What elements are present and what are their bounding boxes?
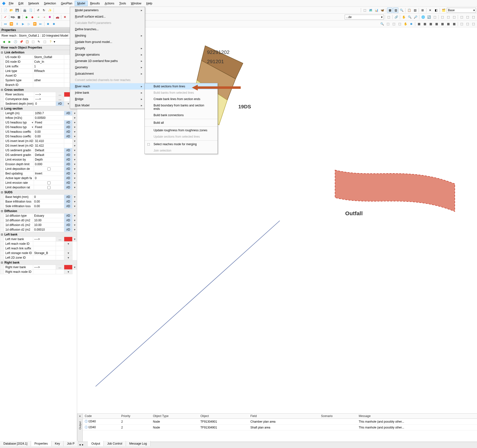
property-dropdown[interactable]: ▾ <box>73 116 77 120</box>
refresh-icon[interactable]: 🔄 <box>426 14 432 20</box>
property-flag[interactable] <box>56 255 64 260</box>
tb-btn-j[interactable]: ◧ <box>433 8 439 13</box>
tb-btn-d[interactable]: 🦋 <box>380 8 385 13</box>
property-value-input[interactable] <box>34 251 55 255</box>
menu-window[interactable]: Window <box>128 1 144 6</box>
r3-e[interactable]: ✋ <box>403 21 408 27</box>
submenu-item[interactable]: Update roughness from roughness zones <box>145 127 218 133</box>
save-icon[interactable]: 💾 <box>14 8 20 13</box>
property-value-input[interactable] <box>35 92 55 96</box>
property-flag[interactable] <box>64 116 73 120</box>
bottom-tab[interactable]: Key <box>52 441 64 442</box>
property-flag[interactable]: #D <box>64 125 73 130</box>
menu-item[interactable]: Simplify <box>70 45 145 51</box>
property-flag[interactable] <box>64 139 73 143</box>
output-close-button[interactable]: × <box>79 415 81 418</box>
property-dropdown[interactable]: ▾ <box>73 204 77 209</box>
copy2-icon[interactable]: 📋 <box>24 39 30 44</box>
property-value-input[interactable] <box>34 55 63 59</box>
property-flag[interactable] <box>64 237 73 242</box>
section-expander[interactable]: ⊟ <box>0 260 4 265</box>
menu-item[interactable]: Risk Model <box>70 102 145 109</box>
property-flag[interactable]: #D <box>64 185 73 190</box>
tb-btn-g[interactable]: ▤ <box>412 8 418 13</box>
layer-icon[interactable]: 🗂️ <box>441 8 446 13</box>
zoomout-icon[interactable]: 🔎 <box>413 14 418 20</box>
property-dropdown[interactable]: ▾ <box>73 199 77 204</box>
property-flag[interactable]: #D <box>56 102 64 106</box>
property-dropdown[interactable]: ▾ <box>73 120 77 125</box>
submenu-item[interactable]: Build boundary from banks and section en… <box>145 102 218 112</box>
menu-item[interactable]: Geometry <box>70 64 145 71</box>
r3-g[interactable]: ▦ <box>416 21 422 27</box>
output-column-header[interactable]: Message <box>357 414 477 419</box>
property-value-input[interactable] <box>34 162 63 166</box>
menu-item[interactable]: Update from ground model... <box>70 39 145 45</box>
play-icon[interactable]: ▶ <box>20 21 26 27</box>
r3-c[interactable]: ⬚ <box>391 21 396 27</box>
property-dropdown[interactable]: ▾ <box>73 167 77 171</box>
property-value-input[interactable] <box>34 83 63 87</box>
bottom-tab[interactable]: Output <box>88 441 104 442</box>
net-icon[interactable]: ✱ <box>47 14 52 20</box>
r3-o[interactable]: ⬚ <box>465 21 470 27</box>
property-value-input[interactable] <box>34 223 63 227</box>
property-dropdown[interactable]: ▾ <box>73 227 77 232</box>
menu-item[interactable]: Define branches... <box>70 26 145 32</box>
menu-item[interactable]: Meshing <box>70 32 145 39</box>
property-value-input[interactable] <box>34 111 63 115</box>
menu-actions[interactable]: Actions <box>102 1 117 6</box>
property-value-input[interactable] <box>34 195 63 199</box>
tb-btn-c[interactable]: 📊 <box>374 8 379 13</box>
r3-j[interactable]: ▦ <box>434 21 439 27</box>
section-expander[interactable]: ⊟ <box>0 106 4 111</box>
sql-icon[interactable]: SQL <box>10 14 16 20</box>
property-dropdown[interactable]: ▾ <box>73 265 77 270</box>
r3-m[interactable]: ▦ <box>451 21 457 27</box>
property-flag[interactable]: #D <box>64 167 73 171</box>
node-g-icon[interactable]: ◆ <box>24 14 29 20</box>
iconx6[interactable]: ⬚ <box>465 14 470 20</box>
property-checkbox[interactable] <box>47 181 51 184</box>
property-value-input[interactable] <box>34 204 63 208</box>
property-flag[interactable] <box>64 265 73 270</box>
property-value-input[interactable] <box>34 270 55 274</box>
menu-file[interactable]: File <box>6 1 16 6</box>
property-value-input[interactable] <box>34 265 55 269</box>
grid-icon[interactable]: ▦ <box>16 14 21 20</box>
menu-selection[interactable]: Selection <box>41 1 58 6</box>
open-icon[interactable]: 📂 <box>9 8 14 13</box>
property-flag[interactable]: #D <box>64 204 73 209</box>
menu-help[interactable]: Help <box>144 1 155 6</box>
section-expander[interactable]: ⊟ <box>0 209 4 214</box>
validate-icon[interactable]: ✔ <box>3 14 8 20</box>
section-expander[interactable]: ⊟ <box>0 50 4 55</box>
property-dropdown[interactable]: ▾ <box>64 251 73 255</box>
property-flag[interactable]: #D <box>64 171 73 176</box>
property-value-input[interactable] <box>34 69 63 73</box>
section-expander[interactable]: ⊟ <box>0 88 4 92</box>
property-value-input[interactable] <box>34 237 55 241</box>
print-icon[interactable]: 🖨️ <box>22 8 27 13</box>
property-dropdown[interactable]: ▾ <box>73 223 77 227</box>
property-flag[interactable] <box>56 270 64 274</box>
property-value-input[interactable] <box>34 134 63 138</box>
property-flag[interactable]: #D <box>64 153 73 157</box>
zoomin-icon[interactable]: 🔍 <box>407 14 412 20</box>
help-icon[interactable]: ? <box>48 39 53 44</box>
property-dropdown[interactable]: ▾ <box>73 237 77 242</box>
tb-btn-b[interactable]: 🗺️ <box>368 8 373 13</box>
goto-start-icon[interactable]: ⏮ <box>3 21 8 27</box>
property-dropdown[interactable]: ▾ <box>73 171 77 176</box>
menu-tools[interactable]: Tools <box>117 1 128 6</box>
property-value-input[interactable] <box>34 200 63 204</box>
r3-f[interactable]: ⏺ <box>409 21 414 27</box>
submenu-item[interactable]: Build bank connections <box>145 112 218 118</box>
property-flag[interactable]: #D <box>64 120 73 125</box>
rec-icon[interactable]: ⏺ <box>45 21 51 27</box>
property-value-input[interactable] <box>34 158 63 162</box>
next-green-icon[interactable]: ▶ <box>7 39 12 44</box>
p-icon-b[interactable]: ✎ <box>36 39 41 44</box>
tool-b[interactable]: 🔗 <box>394 14 399 20</box>
menu-network[interactable]: Network <box>26 1 41 6</box>
